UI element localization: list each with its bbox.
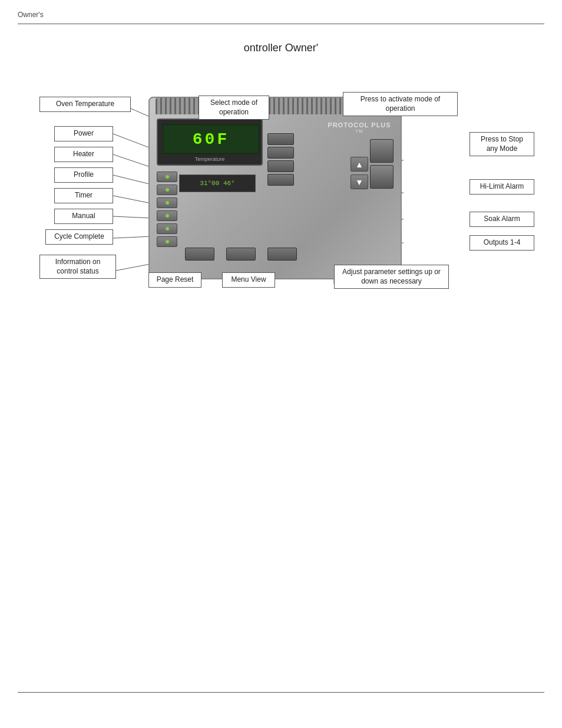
label-hi-limit: Hi-Limit Alarm [470,179,534,195]
header-text: Owner's [18,11,44,19]
label-press-stop: Press to Stop any Mode [470,132,534,156]
page-reset-ctrl-btn[interactable] [185,248,214,261]
btn-6[interactable] [157,236,177,247]
right-btn-outputs[interactable] [370,165,394,189]
brand-name: PROTOCOL PLUS TM [327,121,392,137]
label-menu-view: Menu View [222,272,275,288]
right-btn-alarms[interactable] [370,139,394,163]
label-information: Information on control status [39,255,116,279]
footer-rule [18,692,544,693]
arrow-controls: ▲ ▼ [351,157,368,189]
label-manual: Manual [54,209,113,224]
display-screen: 60F [163,124,259,154]
btn-4[interactable] [157,210,177,221]
page-header: Owner's [0,0,562,24]
extra-ctrl-btn[interactable] [267,248,297,261]
bottom-button-row [185,248,297,261]
label-cycle-complete: Cycle Complete [45,229,113,245]
label-oven-temp: Oven Temperature [39,97,131,112]
center-btn-4[interactable] [267,174,294,186]
diagram-container: 60F Temperature PROTOCOL PLUS TM [22,67,540,315]
brand-tm: TM [355,129,363,134]
center-btn-1[interactable] [267,133,294,145]
arrow-down-button[interactable]: ▼ [351,174,368,189]
page-title: ontroller Owner' [18,42,544,54]
controller-device: 60F Temperature PROTOCOL PLUS TM [148,97,402,279]
label-soak-alarm: Soak Alarm [470,212,534,227]
arrow-up-button[interactable]: ▲ [351,157,368,172]
label-select-mode: Select mode of operation [199,95,269,120]
label-page-reset: Page Reset [148,272,201,288]
display-area: 60F Temperature [157,118,263,166]
label-adjust: Adjust parameter settings up or down as … [334,265,449,289]
label-outputs: Outputs 1-4 [470,235,534,251]
btn-3[interactable] [157,197,177,208]
secondary-display: 31°00 46° [179,174,256,192]
label-power: Power [54,126,113,141]
menu-view-ctrl-btn[interactable] [226,248,256,261]
display-value: 60F [193,130,229,149]
center-button-column [267,133,294,186]
btn-2[interactable] [157,185,177,195]
label-timer: Timer [54,188,113,203]
btn-1[interactable] [157,172,177,182]
left-button-column [157,172,177,247]
brand-area: PROTOCOL PLUS TM [327,121,392,137]
label-profile: Profile [54,167,113,183]
right-button-column [370,139,394,189]
btn-5[interactable] [157,223,177,234]
secondary-display-value: 31°00 46° [200,180,234,187]
display-label: Temperature [158,156,262,162]
label-press-activate: Press to activate mode of operation [343,92,458,116]
label-heater: Heater [54,147,113,162]
center-btn-2[interactable] [267,147,294,159]
center-btn-3[interactable] [267,160,294,172]
